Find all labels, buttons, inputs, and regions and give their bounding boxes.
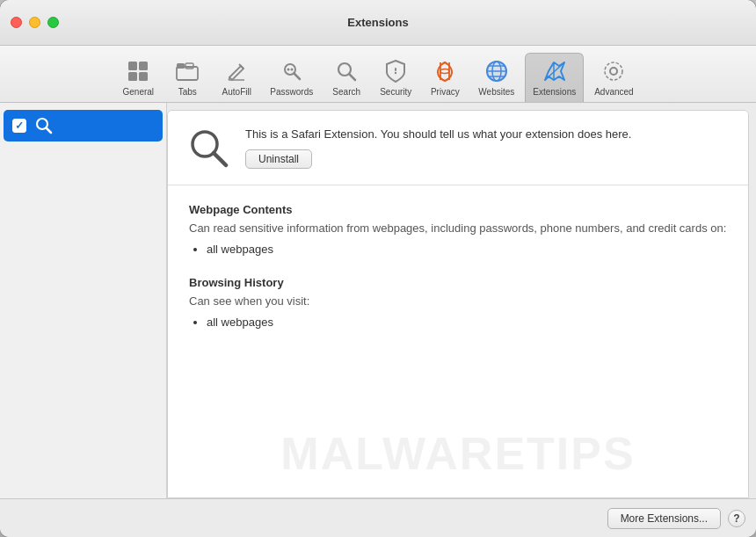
toolbar-item-advanced[interactable]: Advanced [587, 54, 640, 102]
browsing-history-description: Can see when you visit: [189, 293, 727, 310]
search-label: Search [332, 87, 360, 97]
extension-description: This is a Safari Extension. You should t… [245, 127, 731, 142]
svg-point-15 [395, 72, 396, 74]
browsing-history-section: Browsing History Can see when you visit:… [189, 276, 727, 331]
extension-checkbox[interactable]: ✓ [12, 119, 26, 133]
passwords-icon [278, 57, 306, 85]
webpage-contents-description: Can read sensitive information from webp… [189, 220, 727, 237]
svg-rect-1 [139, 62, 148, 70]
extension-icon-large [185, 125, 231, 171]
watermark: MALWARETIPS [280, 427, 635, 480]
footer: More Extensions... ? [0, 498, 756, 537]
minimize-button[interactable] [29, 17, 40, 28]
toolbar-item-security[interactable]: Security [373, 54, 418, 102]
svg-point-11 [290, 69, 293, 71]
search-icon [332, 57, 360, 85]
window-title: Extensions [347, 16, 408, 29]
more-extensions-button[interactable]: More Extensions... [607, 508, 721, 529]
websites-icon [483, 57, 511, 85]
toolbar-item-search[interactable]: Search [323, 54, 369, 102]
close-button[interactable] [11, 17, 22, 28]
security-icon [382, 57, 410, 85]
extension-info: This is a Safari Extension. You should t… [245, 127, 731, 169]
titlebar: Extensions [0, 0, 756, 46]
browsing-list-item-0: all webpages [207, 314, 727, 332]
extension-details: MALWARETIPS Webpage Contents Can read se… [168, 185, 748, 497]
toolbar-item-passwords[interactable]: Passwords [263, 54, 320, 102]
toolbar-item-tabs[interactable]: Tabs [164, 54, 210, 102]
svg-line-30 [214, 153, 226, 165]
svg-line-9 [294, 74, 300, 80]
autofill-label: AutoFill [222, 87, 251, 97]
general-label: General [123, 87, 155, 97]
ext-search-icon [33, 115, 55, 136]
sidebar: ✓ [0, 103, 167, 498]
advanced-label: Advanced [594, 87, 633, 97]
toolbar-item-extensions[interactable]: Extensions [525, 53, 584, 102]
svg-rect-2 [128, 72, 137, 81]
svg-line-28 [47, 128, 52, 134]
titlebar-buttons [11, 17, 59, 28]
security-label: Security [380, 87, 411, 97]
autofill-icon [222, 57, 251, 85]
svg-rect-3 [139, 72, 148, 81]
svg-point-25 [610, 68, 617, 75]
svg-point-18 [440, 69, 449, 74]
privacy-icon [431, 57, 459, 85]
toolbar: General Tabs AutoFill [0, 46, 756, 103]
tabs-icon [173, 57, 201, 85]
toolbar-item-autofill[interactable]: AutoFill [214, 54, 259, 102]
svg-rect-5 [177, 63, 185, 69]
browsing-history-title: Browsing History [189, 276, 727, 289]
general-icon [124, 57, 152, 85]
webpage-contents-title: Webpage Contents [189, 203, 727, 216]
svg-point-10 [287, 69, 289, 71]
main-area: ✓ [0, 103, 756, 498]
webpage-list-item-0: all webpages [207, 241, 727, 259]
svg-point-26 [605, 62, 622, 80]
maximize-button[interactable] [47, 17, 59, 28]
passwords-label: Passwords [270, 87, 313, 97]
svg-rect-0 [128, 62, 137, 70]
toolbar-item-privacy[interactable]: Privacy [422, 54, 468, 102]
tabs-label: Tabs [178, 87, 197, 97]
content-panel: This is a Safari Extension. You should t… [167, 110, 749, 498]
help-button[interactable]: ? [728, 510, 745, 527]
window: Extensions General T [0, 0, 756, 537]
websites-label: Websites [478, 87, 514, 97]
checkmark-icon: ✓ [15, 120, 24, 131]
webpage-contents-list: all webpages [207, 241, 727, 259]
advanced-icon [600, 57, 628, 85]
toolbar-item-websites[interactable]: Websites [471, 54, 521, 102]
toolbar-item-general[interactable]: General [115, 54, 161, 102]
webpage-contents-section: Webpage Contents Can read sensitive info… [189, 203, 727, 258]
extensions-icon [541, 57, 569, 85]
extension-header: This is a Safari Extension. You should t… [168, 111, 748, 185]
privacy-label: Privacy [431, 87, 460, 97]
browsing-history-list: all webpages [207, 314, 727, 332]
uninstall-button[interactable]: Uninstall [245, 149, 312, 169]
extensions-label: Extensions [533, 87, 576, 97]
sidebar-item-search-ext[interactable]: ✓ [4, 110, 163, 142]
svg-line-13 [350, 75, 356, 81]
svg-rect-6 [185, 63, 193, 69]
